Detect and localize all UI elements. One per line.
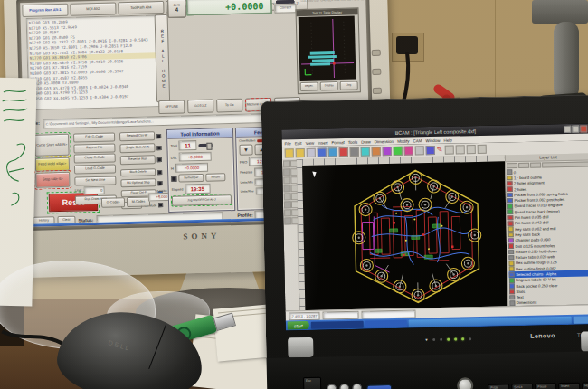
cad-menu-item[interactable]: Format (331, 140, 344, 145)
toolbar-icon[interactable] (285, 148, 294, 157)
palette-tool-icon[interactable] (284, 201, 291, 208)
ref-all-home-button[interactable]: REF ALL HOME (155, 14, 171, 102)
monitor-button[interactable] (372, 50, 381, 56)
zoom-icon[interactable] (444, 146, 453, 155)
gcode-file-button[interactable]: Load G-Code (74, 164, 116, 174)
toolbar-icon[interactable] (415, 146, 424, 155)
palette-tool-icon[interactable] (283, 168, 290, 176)
codes-button[interactable]: G-Codes (101, 197, 125, 208)
tool-diameter[interactable]: +0.0000 (179, 152, 212, 162)
toggle-button[interactable]: Block Delete (120, 168, 156, 177)
tool-change-slider[interactable] (199, 143, 213, 147)
volume-up-button[interactable] (339, 384, 349, 389)
run-option-button[interactable]: Rewind Ctrl-W (119, 131, 155, 141)
toolbar-icon[interactable] (383, 147, 392, 156)
stop-button[interactable]: Stop <Alt-S> (35, 172, 70, 188)
cad-menu-item[interactable]: View (306, 140, 315, 145)
gcode-file-button[interactable]: Close G-Code (74, 153, 116, 163)
mach3-tab[interactable]: Program Run Alt-1 (22, 4, 68, 17)
toolpath-display[interactable] (299, 15, 356, 81)
gcode-file-button[interactable]: Edit G-Code (73, 132, 115, 142)
axis-dro[interactable]: +0.0000 (186, 0, 271, 15)
cad-menu-item[interactable]: Window (425, 138, 440, 142)
cad-menu-item[interactable]: Dimension (375, 138, 394, 143)
cad-menu-item[interactable]: File (285, 141, 291, 146)
layer-header-cell[interactable] (542, 161, 588, 167)
toolbar-icon[interactable] (372, 147, 381, 156)
pan-icon[interactable] (455, 145, 464, 154)
grid-icon[interactable] (477, 145, 486, 154)
cad-menu-item[interactable]: Draw (361, 139, 371, 144)
esc-key[interactable]: Esc (303, 377, 321, 389)
toolbar-icon[interactable] (307, 148, 316, 157)
file-path[interactable]: C:\Documents and Settings\...\My Documen… (43, 113, 270, 129)
palette-tool-icon[interactable] (283, 160, 290, 167)
zero-axis-button[interactable]: Zero4 (167, 0, 186, 18)
monitor-button[interactable] (373, 88, 382, 94)
layer-header-cell[interactable] (518, 163, 529, 168)
cad-menu-item[interactable]: Insert (318, 140, 327, 145)
measure-icon[interactable] (466, 145, 475, 154)
toolbar-icon[interactable] (296, 148, 305, 157)
cad-menu-item[interactable]: Edit (295, 141, 302, 146)
toolpath-button[interactable]: Display (320, 81, 338, 91)
toolbar-icon[interactable] (318, 147, 327, 157)
toolbar-icon[interactable] (350, 147, 359, 157)
cad-menu-item[interactable]: Tools (348, 139, 358, 144)
volume-down-button[interactable] (327, 384, 337, 389)
edit-pencil-icon[interactable]: ✎ (437, 147, 443, 154)
set-next-line-button[interactable]: Set Next Line (74, 176, 116, 185)
task-button-active[interactable] (311, 320, 364, 328)
run-option-button[interactable]: Reverse Run (120, 155, 156, 165)
toolbar-icon[interactable] (404, 146, 413, 155)
dro-mode-button[interactable]: OFFLINE (158, 100, 185, 114)
gcode-window[interactable]: N1700 G03 Z0.2009N1710 X5.5513 Y2.9649N1… (26, 14, 161, 110)
power-button[interactable] (457, 377, 473, 389)
palette-tool-icon[interactable] (284, 209, 291, 216)
remember-button[interactable]: Remember (178, 174, 204, 183)
feed-down-button[interactable]: ▼ (239, 144, 252, 155)
thinkvantage-button[interactable] (366, 384, 392, 389)
tool-height[interactable]: +0.0000 (175, 163, 208, 173)
keyboard-key[interactable]: PrtSc (488, 384, 509, 389)
mach3-tab[interactable]: ToolPath Alt4 (118, 1, 164, 14)
palette-tool-icon[interactable] (283, 176, 290, 184)
mute-button[interactable] (352, 384, 362, 389)
cad-menu-item[interactable]: Help (443, 138, 451, 142)
palette-tool-icon[interactable] (284, 185, 291, 192)
cad-menu-item[interactable]: CAM (413, 138, 422, 143)
keyboard-key[interactable]: Insert (558, 383, 580, 389)
close-icon[interactable] (580, 125, 587, 132)
tool-number[interactable]: 11 (179, 140, 197, 151)
codes-button[interactable]: M-Codes (127, 196, 150, 207)
toolpath-button[interactable]: Regen. (300, 82, 318, 92)
layer-header-cell[interactable] (530, 163, 541, 168)
dro-mode-button[interactable]: GOTO Z (187, 100, 213, 114)
jog-onoff-button[interactable]: Jog ON/OFF Ctrl-Alt-J (172, 194, 232, 206)
keyboard-key[interactable]: ScrLk (511, 384, 533, 389)
dro-mode-button[interactable]: To Go (216, 99, 242, 113)
scale-slider[interactable] (276, 0, 294, 4)
gcode-file-button[interactable]: Recent File (73, 143, 115, 153)
toolbar-icon[interactable] (426, 146, 435, 155)
monitor-button[interactable] (372, 69, 381, 75)
mach3-tab[interactable]: MDI Alt2 (70, 2, 116, 15)
keyboard-key[interactable]: Home (582, 382, 588, 389)
toolbar-icon[interactable] (339, 147, 348, 157)
task-button[interactable] (365, 319, 407, 327)
palette-tool-icon[interactable] (284, 193, 291, 200)
toggle-button[interactable]: M1 Optional Stop (120, 178, 156, 187)
toolbar-icon[interactable] (361, 147, 370, 156)
line-number-field[interactable]: 0 (83, 185, 104, 194)
toolpath-button[interactable]: Jog (340, 81, 358, 90)
keyboard-key[interactable]: Pause (535, 383, 556, 389)
cycle-start-button[interactable]: Cycle Start <Alt-R> (34, 134, 70, 157)
toolbar-icon[interactable] (394, 147, 403, 156)
maximize-icon[interactable] (572, 126, 579, 133)
return-button[interactable]: Return (205, 173, 225, 182)
start-button[interactable]: start (288, 321, 309, 330)
cad-canvas[interactable] (302, 161, 507, 310)
run-option-button[interactable]: Single BLK Alt-N (119, 143, 155, 153)
system-tray[interactable] (574, 316, 588, 324)
feed-hold-button[interactable]: Feed Hold <Spc> (35, 157, 70, 172)
